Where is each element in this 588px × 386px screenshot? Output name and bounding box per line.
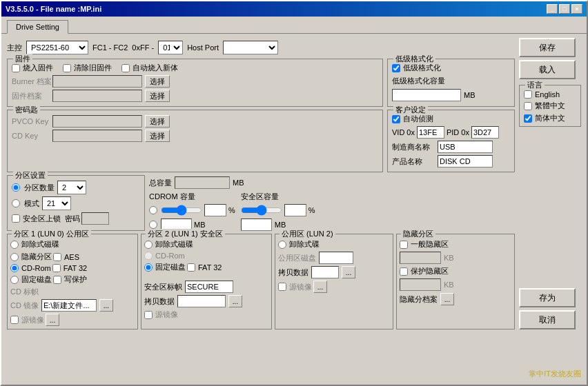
partition-count-select[interactable]: 2 (57, 181, 86, 194)
lun1-secure-mark-label: 安全区标帜 (144, 282, 182, 292)
cancel-button[interactable]: 取消 (519, 310, 576, 329)
low-format-label: 低级格式化 (393, 54, 435, 64)
lun0-cdrom-label: CD-Rom (21, 264, 51, 272)
cdrom-mb-radio[interactable] (149, 221, 157, 229)
lun0-cdrom-radio[interactable] (10, 264, 19, 272)
partition-mode-radio[interactable] (12, 199, 20, 207)
hidden-general-label: 一般隐藏区 (411, 239, 449, 250)
lun0-write-checkbox[interactable] (53, 276, 61, 284)
hidden-kb2-input[interactable] (400, 278, 441, 291)
lun1-fixed-radio[interactable] (144, 263, 153, 272)
pid-input[interactable] (471, 126, 499, 139)
lun0-source-row: 源镜像 ... (10, 314, 135, 326)
firmware-file-input[interactable] (52, 90, 142, 102)
lun1-box: 分区 2 (LUN 1) 安全区 卸除式磁碟 CD-Rom 固定磁盘 FAT 3… (141, 234, 272, 329)
lun2-label: 公用区 (LUN 2) (280, 229, 335, 239)
hidden-kb2-label: KB (444, 281, 454, 289)
safe-mb-label: MB (275, 221, 286, 229)
lun2-source-checkbox[interactable] (278, 283, 286, 291)
hidden-box: 隐藏分区 一般隐藏区 KB 保护隐藏区 KB (396, 234, 515, 329)
lun0-cdimage-btn[interactable]: ... (99, 299, 113, 312)
burner-input[interactable] (52, 75, 142, 88)
lun0-hidden-radio[interactable] (10, 253, 19, 261)
total-row: 总容量 MB (149, 176, 515, 189)
safe-slider[interactable] (241, 205, 282, 215)
partition-mode-select[interactable]: 21 (42, 196, 71, 210)
burn-firmware-checkbox[interactable] (12, 64, 20, 72)
save-as-button[interactable]: 存为 (519, 288, 576, 307)
simplified-checkbox[interactable] (524, 114, 532, 123)
pvco-input[interactable] (52, 115, 142, 128)
tab-drive-setting[interactable]: Drive Setting (7, 20, 68, 34)
hidden-protect-row: 保护隐藏区 (400, 266, 511, 276)
vid-input[interactable] (417, 126, 444, 139)
hidden-general-checkbox[interactable] (400, 241, 408, 249)
lun1-copy-btn[interactable]: ... (228, 295, 242, 307)
low-format-enable-label: 低级格式化 (403, 63, 441, 73)
lun2-copy-btn[interactable]: ... (342, 266, 355, 278)
lun0-aes-checkbox[interactable] (53, 253, 61, 261)
manufacturer-input[interactable] (438, 141, 493, 153)
lun2-source-btn[interactable]: ... (313, 281, 327, 293)
safe-percent-input[interactable] (284, 204, 306, 216)
lun1-cdrom-radio[interactable] (144, 252, 153, 260)
firmware-select-btn[interactable]: 选择 (145, 90, 170, 102)
pid-prefix: 0x (461, 128, 469, 136)
controller-select[interactable]: PS2251-60 (26, 41, 88, 54)
maximize-button[interactable]: □ (559, 4, 570, 14)
lun1-fat32-checkbox[interactable] (187, 263, 195, 272)
lun0-source-checkbox[interactable] (10, 316, 19, 324)
lun0-source-btn[interactable]: ... (46, 314, 59, 326)
total-mb-label: MB (233, 179, 244, 187)
lun1-copy-input[interactable] (177, 295, 226, 307)
safe-mb-input[interactable] (241, 219, 272, 231)
cdkey-select-btn[interactable]: 选择 (145, 130, 170, 142)
product-input[interactable] (438, 155, 493, 167)
hidden-archive-btn[interactable]: ... (440, 293, 454, 305)
pvco-select-btn[interactable]: 选择 (145, 115, 170, 128)
lun2-disk-input[interactable] (319, 252, 353, 264)
load-button[interactable]: 载入 (519, 60, 576, 79)
lun1-removable-radio[interactable] (144, 241, 153, 249)
lun0-cdimage-row: CD 镜像 ... (10, 299, 135, 312)
fc2-select[interactable]: 01 (158, 41, 183, 54)
auto-detect-checkbox[interactable] (392, 115, 400, 123)
clear-firmware-label: 清除旧固件 (74, 63, 112, 73)
close-button[interactable]: × (571, 4, 582, 14)
password-input[interactable] (81, 212, 109, 225)
hidden-protect-checkbox[interactable] (400, 267, 408, 276)
hidden-kb1-input[interactable] (400, 252, 441, 264)
low-format-capacity-input[interactable] (392, 89, 461, 101)
lun0-removable-radio[interactable] (10, 241, 19, 249)
lun1-source-checkbox[interactable] (144, 311, 153, 319)
lun0-fat32-checkbox[interactable] (52, 264, 61, 272)
english-checkbox[interactable] (524, 90, 532, 99)
total-input[interactable] (175, 176, 230, 189)
lun2-removable-radio[interactable] (278, 241, 286, 249)
burner-select-btn[interactable]: 选择 (145, 75, 170, 88)
cdrom-percent-input[interactable] (204, 204, 226, 216)
lock-label: 安全区上锁 (23, 214, 61, 224)
lun0-cdimage-input[interactable] (41, 299, 97, 312)
lun2-copy-input[interactable] (311, 266, 339, 278)
clear-firmware-checkbox[interactable] (63, 64, 71, 72)
host-port-select[interactable] (223, 41, 278, 54)
auto-load-checkbox[interactable] (121, 64, 130, 72)
hidden-archive-label: 隐藏分档案 (400, 294, 438, 305)
safe-percent-row: % (241, 204, 315, 216)
low-format-checkbox[interactable] (392, 64, 400, 72)
save-button[interactable]: 保存 (519, 38, 576, 57)
traditional-checkbox[interactable] (524, 102, 532, 110)
lun0-fixed-radio[interactable] (10, 276, 19, 284)
lock-checkbox[interactable] (12, 214, 20, 223)
minimize-button[interactable]: _ (547, 4, 558, 14)
cdrom-slider[interactable] (161, 205, 202, 215)
lun2-source-row: 源镜像 ... (278, 281, 390, 293)
cdrom-percent-radio[interactable] (149, 206, 157, 214)
partition-count-radio[interactable] (12, 183, 20, 192)
manufacturer-row: 制造商名称 (392, 141, 510, 153)
hidden-archive-row: 隐藏分档案 ... (400, 293, 511, 305)
lun1-secure-input[interactable] (185, 281, 233, 293)
english-row: English (524, 90, 576, 99)
cdkey-input[interactable] (52, 130, 142, 142)
